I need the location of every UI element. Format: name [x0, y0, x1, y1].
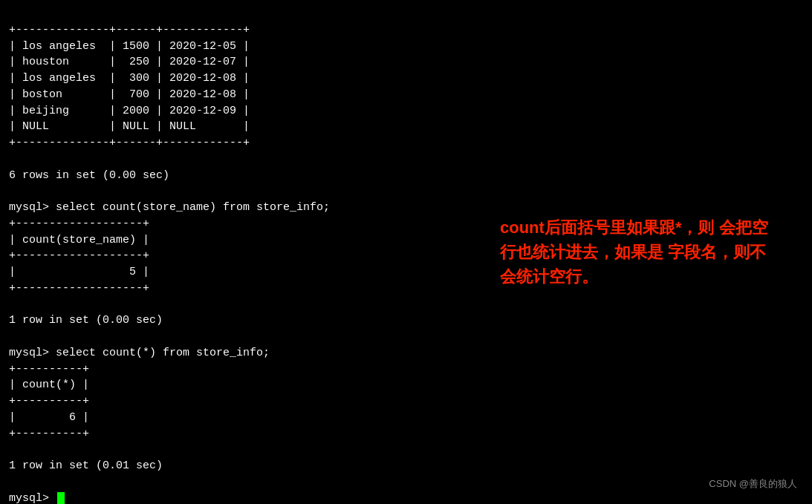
terminal-line: +--------------+------+------------+ — [9, 22, 803, 39]
terminal-line: +----------+ — [9, 393, 803, 410]
terminal-line — [9, 183, 803, 200]
terminal-line: +----------+ — [9, 426, 803, 442]
terminal-line: | 6 | — [9, 410, 803, 426]
terminal-line: | count(*) | — [9, 377, 803, 393]
terminal-line: | los angeles | 1500 | 2020-12-05 | — [9, 39, 803, 55]
terminal-line: mysql> select count(store_name) from sto… — [9, 200, 803, 216]
terminal-line: | boston | 700 | 2020-12-08 | — [9, 87, 803, 103]
terminal-line: | los angeles | 300 | 2020-12-08 | — [9, 71, 803, 87]
watermark: CSDN @善良的狼人 — [709, 477, 797, 491]
annotation-text: count后面括号里如果跟*，则 会把空行也统计进去，如果是 字段名，则不会统计… — [500, 215, 782, 289]
terminal-line: | houston | 250 | 2020-12-07 | — [9, 54, 803, 71]
terminal-line — [9, 329, 803, 345]
terminal-cursor — [57, 492, 65, 504]
terminal-line: +----------+ — [9, 361, 803, 378]
terminal-line: | NULL | NULL | NULL | — [9, 119, 803, 135]
terminal-line — [9, 474, 803, 491]
terminal-line: 6 rows in set (0.00 sec) — [9, 168, 803, 184]
terminal-line: 1 row in set (0.00 sec) — [9, 312, 803, 329]
terminal-line: mysql> select count(*) from store_info; — [9, 345, 803, 361]
terminal-line: mysql> — [9, 491, 803, 505]
terminal-line: | beijing | 2000 | 2020-12-09 | — [9, 103, 803, 120]
terminal-line: 1 row in set (0.01 sec) — [9, 458, 803, 474]
terminal-line — [9, 151, 803, 168]
terminal-line — [9, 297, 803, 313]
terminal-line — [9, 442, 803, 458]
terminal-line: +--------------+------+------------+ — [9, 135, 803, 151]
